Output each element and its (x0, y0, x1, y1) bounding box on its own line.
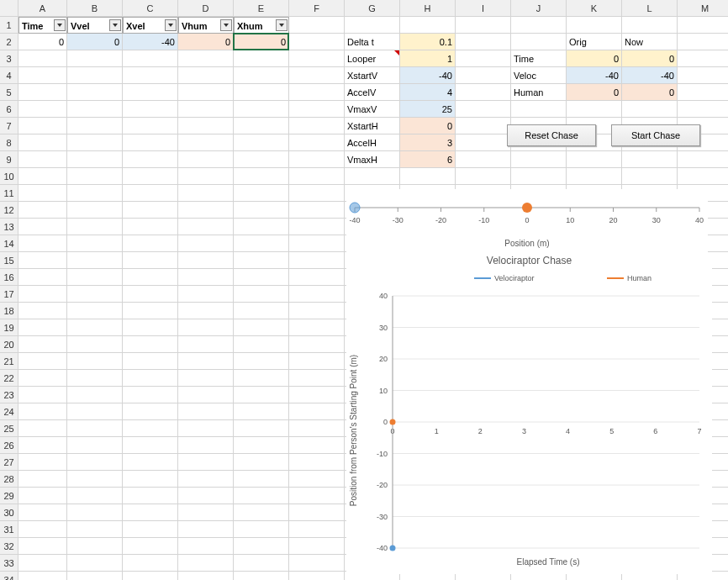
param-value-AccelV[interactable]: 4 (400, 84, 456, 101)
cell-D21[interactable] (178, 353, 234, 370)
cell-L10[interactable] (622, 168, 678, 185)
row-header-20[interactable]: 20 (0, 336, 18, 353)
cell-B31[interactable] (67, 521, 123, 538)
cell-C29[interactable] (123, 488, 178, 504)
cell-E18[interactable] (234, 303, 289, 319)
cell-F33[interactable] (289, 555, 345, 572)
col-header-I[interactable]: I (456, 0, 511, 17)
select-all-corner[interactable] (0, 0, 18, 17)
cell-G1[interactable] (345, 17, 400, 34)
cell-C6[interactable] (123, 101, 178, 118)
cell-L9[interactable] (622, 151, 678, 168)
cell-E15[interactable] (234, 252, 289, 269)
cell-A7[interactable] (18, 118, 67, 134)
col-header-C[interactable]: C (123, 0, 178, 17)
cell-E23[interactable] (234, 387, 289, 403)
cell-D13[interactable] (178, 219, 234, 235)
comment-indicator-icon[interactable] (394, 50, 399, 55)
cell-A11[interactable] (18, 185, 67, 202)
cell-E21[interactable] (234, 353, 289, 370)
cell-E11[interactable] (234, 185, 289, 202)
table-header-vhum[interactable]: Vhum (178, 17, 234, 34)
cell-A3[interactable] (18, 50, 67, 67)
cell-E7[interactable] (234, 118, 289, 134)
cell-E6[interactable] (234, 101, 289, 118)
cell-I7[interactable] (456, 118, 511, 134)
cell-C30[interactable] (123, 504, 178, 521)
cell-F21[interactable] (289, 353, 345, 370)
reset-chase-button[interactable]: Reset Chase (507, 124, 596, 146)
param-label-XstartV[interactable]: XstartV (345, 67, 400, 84)
cell-F5[interactable] (289, 84, 345, 101)
cell-D12[interactable] (178, 202, 234, 219)
cell-E22[interactable] (234, 370, 289, 387)
cell-B27[interactable] (67, 454, 123, 471)
cell-E4[interactable] (234, 67, 289, 84)
cell-A25[interactable] (18, 420, 67, 437)
cell-I4[interactable] (456, 67, 511, 84)
cell-D31[interactable] (178, 521, 234, 538)
col-header-E[interactable]: E (234, 0, 289, 17)
cell-E17[interactable] (234, 286, 289, 303)
row-header-5[interactable]: 5 (0, 84, 18, 101)
cell-C16[interactable] (123, 269, 178, 286)
cell-M9[interactable] (678, 151, 728, 168)
cell-D22[interactable] (178, 370, 234, 387)
row-header-14[interactable]: 14 (0, 235, 18, 252)
cell-C10[interactable] (123, 168, 178, 185)
cell-A27[interactable] (18, 454, 67, 471)
row-header-12[interactable]: 12 (0, 202, 18, 219)
filter-dropdown-xvel[interactable] (165, 19, 177, 31)
state-header-orig[interactable]: Orig (567, 34, 622, 50)
cell-D7[interactable] (178, 118, 234, 134)
param-label-AccelH[interactable]: AccelH (345, 134, 400, 151)
row-header-17[interactable]: 17 (0, 286, 18, 303)
cell-M1[interactable] (678, 17, 728, 34)
cell-A19[interactable] (18, 319, 67, 336)
param-label-VmaxV[interactable]: VmaxV (345, 101, 400, 118)
cell-F8[interactable] (289, 134, 345, 151)
table-header-xhum[interactable]: Xhum (234, 17, 289, 34)
cell-F25[interactable] (289, 420, 345, 437)
cell-B14[interactable] (67, 235, 123, 252)
cell-A14[interactable] (18, 235, 67, 252)
row-header-21[interactable]: 21 (0, 353, 18, 370)
cell-E27[interactable] (234, 454, 289, 471)
cell-A24[interactable] (18, 403, 67, 420)
cell-B33[interactable] (67, 555, 123, 572)
cell-F6[interactable] (289, 101, 345, 118)
cell-A8[interactable] (18, 134, 67, 151)
state-orig-human[interactable]: 0 (567, 84, 622, 101)
row-header-31[interactable]: 31 (0, 521, 18, 538)
cell-B3[interactable] (67, 50, 123, 67)
cell-A26[interactable] (18, 437, 67, 454)
col-header-D[interactable]: D (178, 0, 234, 17)
cell-B15[interactable] (67, 252, 123, 269)
cell-E8[interactable] (234, 134, 289, 151)
cell-B25[interactable] (67, 420, 123, 437)
cell-B18[interactable] (67, 303, 123, 319)
cell-B17[interactable] (67, 286, 123, 303)
cell-C20[interactable] (123, 336, 178, 353)
cell-B9[interactable] (67, 151, 123, 168)
cell-F13[interactable] (289, 219, 345, 235)
filter-dropdown-xhum[interactable] (276, 19, 288, 31)
col-header-M[interactable]: M (678, 0, 728, 17)
param-value-Delta_t[interactable]: 0.1 (400, 34, 456, 50)
cell-F18[interactable] (289, 303, 345, 319)
row-header-8[interactable]: 8 (0, 134, 18, 151)
row-header-28[interactable]: 28 (0, 471, 18, 488)
cell-C18[interactable] (123, 303, 178, 319)
cell-J2[interactable] (511, 34, 567, 50)
row-header-25[interactable]: 25 (0, 420, 18, 437)
cell-J6[interactable] (511, 101, 567, 118)
cell-K6[interactable] (567, 101, 622, 118)
cell-C2[interactable]: -40 (123, 34, 178, 50)
cell-C24[interactable] (123, 403, 178, 420)
cell-E31[interactable] (234, 521, 289, 538)
cell-F11[interactable] (289, 185, 345, 202)
row-header-26[interactable]: 26 (0, 437, 18, 454)
cell-C12[interactable] (123, 202, 178, 219)
cell-E3[interactable] (234, 50, 289, 67)
cell-A12[interactable] (18, 202, 67, 219)
